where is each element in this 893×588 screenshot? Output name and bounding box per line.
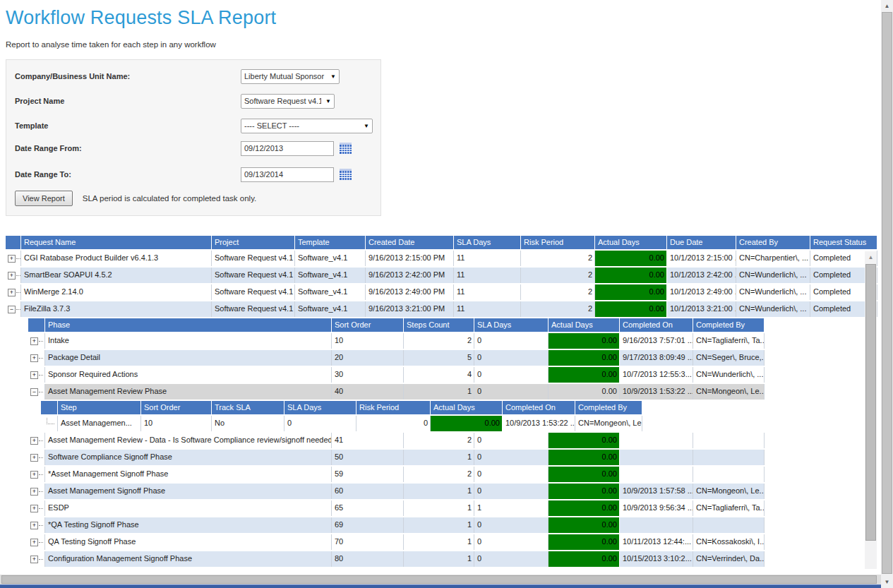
date-to-input[interactable] — [241, 167, 334, 182]
cell-request-name: SmartBear SOAPUI 4.5.2 — [21, 268, 212, 283]
page-vertical-scrollbar[interactable]: ▲ ▼ — [881, 0, 893, 588]
expand-icon[interactable]: + — [28, 484, 45, 499]
company-select[interactable]: Liberty Mutual Sponsor ▼ — [241, 69, 340, 84]
cell-completed-by — [693, 433, 765, 448]
cell-completed-by: CN=Kossakoski\, I... — [693, 534, 765, 550]
main-table-header: Request NameProjectTemplateCreated DateS… — [6, 236, 881, 249]
column-header-completed-on: Completed On — [620, 318, 693, 332]
calendar-icon[interactable] — [340, 169, 353, 181]
cell-completed-on: 10/9/2013 1:57:58 ... — [620, 484, 693, 499]
expand-icon[interactable]: + — [28, 333, 45, 349]
cell-project: Software Request v4.1 — [212, 268, 295, 283]
cell-sla-days: 0 — [474, 534, 549, 550]
column-header-request-status: Request Status — [810, 236, 877, 249]
expand-icon[interactable]: + — [28, 534, 45, 550]
phase-row[interactable]: +Sponsor Required Actions30400.0010/7/20… — [28, 367, 881, 383]
expand-icon[interactable]: + — [28, 367, 45, 383]
collapse-icon[interactable]: − — [6, 301, 21, 317]
cell-sla-days: 11 — [454, 251, 521, 266]
expand-icon[interactable]: + — [28, 450, 45, 465]
column-header-actual-days: Actual Days — [549, 318, 620, 332]
main-row[interactable]: −FileZilla 3.7.3Software Request v4.1Sof… — [6, 301, 881, 317]
cell-completed-on: 10/9/2013 1:53:22 ... — [503, 416, 575, 431]
cell-sort-order: 65 — [332, 500, 404, 516]
cell-completed-by: CN=Tagliaferri\, Ta... — [693, 333, 765, 349]
phase-row[interactable]: +Software Compliance Signoff Phase50100.… — [28, 450, 881, 465]
report-scrollbar-thumb[interactable] — [865, 264, 876, 541]
cell-risk-period: 2 — [521, 301, 595, 317]
expand-icon[interactable]: + — [28, 350, 45, 366]
main-row[interactable]: +SmartBear SOAPUI 4.5.2Software Request … — [6, 268, 881, 283]
date-from-label: Date Range From: — [15, 144, 241, 152]
cell-sort-order: 41 — [332, 433, 404, 448]
scroll-up-icon[interactable]: ▲ — [881, 0, 893, 12]
horizontal-scrollbar-thumb[interactable] — [1, 575, 877, 584]
cell-phase: Configuration Management Signoff Phase — [45, 551, 332, 567]
cell-sort-order: 10 — [332, 333, 404, 349]
cell-actual-days: 0.00 — [595, 251, 667, 266]
project-select[interactable]: Software Request v4.1 ▼ — [241, 94, 335, 109]
phase-row[interactable]: +*Asset Management Signoff Phase59200.00 — [28, 467, 881, 482]
filter-row-template: Template ---- SELECT ---- ▼ — [15, 118, 373, 133]
cell-sort-order: 30 — [332, 367, 404, 383]
expand-icon[interactable]: + — [6, 251, 21, 266]
phase-row[interactable]: −Asset Management Review Phase40100.0010… — [28, 384, 881, 400]
horizontal-scrollbar[interactable] — [0, 575, 881, 584]
filter-row-date-to: Date Range To: — [15, 167, 353, 182]
main-row[interactable]: +CGI Ratabase Product Builder v6.4.1.3So… — [6, 251, 881, 266]
phase-row[interactable]: +Intake10200.009/16/2013 7:57:01 ...CN=T… — [28, 333, 881, 349]
cell-template: Software_v4.1 — [295, 268, 366, 283]
cell-actual-days: 0.00 — [549, 350, 620, 366]
filter-row-date-from: Date Range From: — [15, 140, 353, 156]
expand-icon[interactable]: + — [28, 551, 45, 567]
expand-icon[interactable]: + — [6, 268, 21, 283]
phase-row[interactable]: +Configuration Management Signoff Phase8… — [28, 551, 881, 567]
scroll-up-icon[interactable]: ▲ — [865, 251, 877, 263]
cell-actual-days: 0.00 — [595, 301, 667, 317]
view-report-button[interactable]: View Report — [15, 191, 73, 206]
step-row[interactable]: Asset Managemen...10No000.0010/9/2013 1:… — [41, 416, 881, 431]
expand-column-header — [6, 236, 21, 249]
column-header-steps-count: Steps Count — [404, 318, 474, 332]
cell-sort-order: 59 — [332, 467, 404, 482]
cell-steps-count: 1 — [404, 534, 474, 550]
column-header-created-date: Created Date — [366, 236, 454, 249]
column-header-sort-order: Sort Order — [141, 401, 212, 414]
phase-row[interactable]: +*QA Testing Signoff Phase69100.00 — [28, 517, 881, 533]
cell-actual-days: 0.00 — [549, 467, 620, 482]
phase-row[interactable]: +Package Detail20500.009/17/2013 8:09:49… — [28, 350, 881, 366]
filter-row-actions: View Report SLA period is calculated for… — [15, 189, 256, 208]
expand-icon[interactable]: + — [6, 284, 21, 300]
column-header-track-sla: Track SLA — [212, 401, 284, 414]
cell-completed-by: CN=Mongeon\, Le... — [575, 416, 642, 431]
chevron-down-icon: ▼ — [325, 98, 331, 104]
expand-icon[interactable]: + — [28, 433, 45, 448]
cell-actual-days: 0.00 — [549, 551, 620, 567]
page-subtitle: Report to analyse time taken for each st… — [6, 40, 893, 49]
calendar-icon[interactable] — [340, 143, 353, 155]
scroll-down-icon[interactable]: ▼ — [881, 576, 893, 588]
page-scrollbar-thumb[interactable] — [882, 12, 892, 574]
cell-sla-days: 0 — [284, 416, 356, 431]
report-table-area: Request NameProjectTemplateCreated DateS… — [0, 236, 881, 568]
cell-step: Asset Managemen... — [58, 416, 141, 431]
main-row[interactable]: +WinMerge 2.14.0Software Request v4.1Sof… — [6, 284, 881, 300]
expand-icon[interactable]: + — [28, 500, 45, 516]
phase-row[interactable]: +ESDP65110.0010/9/2013 9:56:34 ...CN=Tag… — [28, 500, 881, 516]
template-select[interactable]: ---- SELECT ---- ▼ — [241, 119, 373, 133]
phase-row[interactable]: +Asset Management Review - Data - Is Sof… — [28, 433, 881, 448]
cell-risk-period: 2 — [521, 284, 595, 300]
report-vertical-scrollbar[interactable]: ▲ — [865, 251, 877, 569]
cell-steps-count: 2 — [404, 467, 474, 482]
phase-row[interactable]: +QA Testing Signoff Phase70100.0010/11/2… — [28, 534, 881, 550]
cell-template: Software_v4.1 — [295, 284, 366, 300]
phase-row[interactable]: +Asset Management Signoff Phase60100.001… — [28, 484, 881, 499]
collapse-icon[interactable]: − — [28, 384, 45, 400]
date-from-input[interactable] — [241, 141, 334, 156]
cell-completed-on: 10/7/2013 12:55:3... — [620, 367, 693, 383]
expand-icon[interactable]: + — [28, 467, 45, 482]
cell-steps-count: 1 — [404, 450, 474, 465]
cell-actual-days: 0.00 — [549, 450, 620, 465]
cell-risk-period: 2 — [521, 268, 595, 283]
expand-icon[interactable]: + — [28, 517, 45, 533]
